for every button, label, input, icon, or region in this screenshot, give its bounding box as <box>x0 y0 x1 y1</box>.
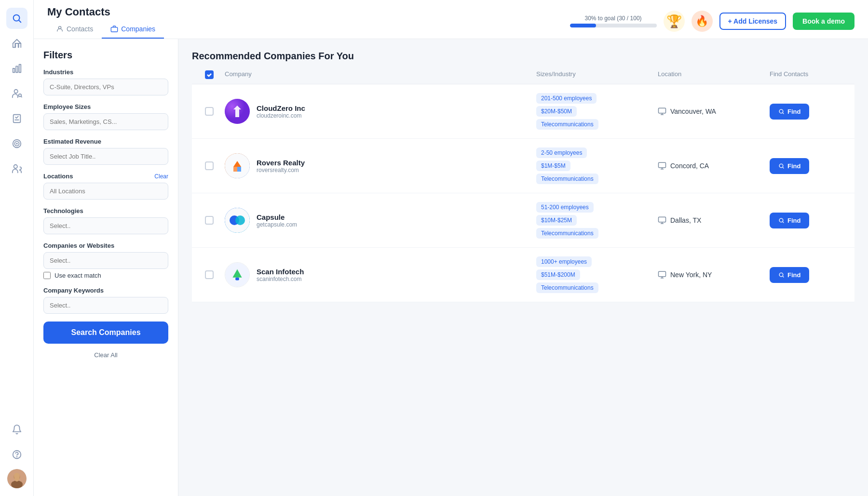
svg-rect-25 <box>659 108 666 113</box>
sidebar-bell-icon[interactable] <box>6 419 27 440</box>
company-keywords-input[interactable] <box>43 297 168 314</box>
page-title: My Contacts <box>47 6 164 18</box>
filter-industries: Industries <box>43 68 168 95</box>
industry-tag-2: Telecommunications <box>536 174 598 184</box>
svg-line-31 <box>783 167 784 168</box>
svg-point-18 <box>11 481 23 488</box>
row-checkbox-2[interactable] <box>205 161 214 170</box>
filter-companies-websites: Companies or Websites Use exact match <box>43 242 168 279</box>
sidebar-chart-icon[interactable] <box>6 58 27 79</box>
svg-rect-29 <box>659 162 666 168</box>
use-exact-match-row: Use exact match <box>43 272 168 279</box>
technologies-input[interactable] <box>43 217 168 234</box>
row-checkbox-4[interactable] <box>205 270 214 279</box>
companies-websites-input[interactable] <box>43 252 168 269</box>
row-checkbox-1[interactable] <box>205 107 214 116</box>
company-logo-2 <box>225 153 250 178</box>
progress-bar-fill <box>570 24 596 27</box>
industries-input[interactable] <box>43 79 168 95</box>
user-avatar[interactable] <box>7 469 27 488</box>
svg-line-7 <box>21 96 21 97</box>
progress-section: 30% to goal (30 / 100) <box>570 15 657 27</box>
add-licenses-button[interactable]: + Add Licenses <box>719 13 787 30</box>
section-title: Recommended Companies For You <box>192 51 854 62</box>
sidebar-users-icon[interactable] <box>6 158 27 179</box>
sidebar-people-search-icon[interactable] <box>6 83 27 104</box>
revenue-tag-2: $1M-$5M <box>536 161 570 171</box>
fire-button[interactable]: 🔥 <box>692 11 713 32</box>
filter-locations: Locations Clear <box>43 173 168 200</box>
industry-tag-4: Telecommunications <box>536 282 598 293</box>
estimated-revenue-input[interactable] <box>43 148 168 165</box>
tab-bar: Contacts Companies <box>47 20 164 39</box>
tab-companies[interactable]: Companies <box>102 20 164 39</box>
sidebar-target-icon[interactable] <box>6 133 27 154</box>
use-exact-match-checkbox[interactable] <box>43 272 51 279</box>
size-tag-1: 201-500 employees <box>536 93 597 104</box>
filter-employee-sizes: Employee Sizes <box>43 103 168 130</box>
filter-locations-clear[interactable]: Clear <box>154 173 168 180</box>
filter-employee-sizes-label: Employee Sizes <box>43 103 168 110</box>
main-content: My Contacts Contacts Companies 30% to go… <box>34 0 868 496</box>
locations-input[interactable] <box>43 183 168 200</box>
company-info-1: CloudZero Inc cloudzeroinc.com <box>225 99 530 124</box>
table-header: Company Sizes/Industry Location Find Con… <box>192 70 854 84</box>
progress-label: 30% to goal (30 / 100) <box>584 15 641 22</box>
filters-title: Filters <box>43 50 168 61</box>
svg-point-30 <box>779 164 783 168</box>
filter-industries-label: Industries <box>43 68 168 76</box>
find-button-2[interactable]: Find <box>770 158 809 174</box>
col-location-header: Location <box>658 70 764 79</box>
company-name-1: CloudZero Inc <box>257 104 305 112</box>
svg-point-20 <box>14 476 19 482</box>
company-tags-4: 1000+ employees $51M-$200M Telecommunica… <box>536 256 652 293</box>
svg-rect-8 <box>13 115 20 123</box>
size-tag-2: 2-50 employees <box>536 147 587 158</box>
sidebar <box>0 0 34 496</box>
company-tags-3: 51-200 employees $10M-$25M Telecommunica… <box>536 202 652 239</box>
filter-estimated-revenue-label: Estimated Revenue <box>43 138 168 145</box>
clear-all-button[interactable]: Clear All <box>43 351 168 359</box>
table-row: Rovers Realty roversrealty.com 2-50 empl… <box>192 139 854 193</box>
svg-rect-35 <box>659 217 666 222</box>
svg-rect-40 <box>235 278 239 281</box>
employee-sizes-input[interactable] <box>43 113 168 130</box>
svg-line-27 <box>783 113 784 114</box>
find-button-4[interactable]: Find <box>770 267 809 283</box>
company-location-4: New York, NY <box>658 270 764 279</box>
svg-point-26 <box>779 109 783 113</box>
company-name-2: Rovers Realty <box>257 159 305 167</box>
find-button-3[interactable]: Find <box>770 213 809 228</box>
tab-contacts[interactable]: Contacts <box>47 20 102 39</box>
table-row: Capsule getcapsule.com 51-200 employees … <box>192 193 854 248</box>
filter-technologies: Technologies <box>43 207 168 234</box>
company-tags-2: 2-50 employees $1M-$5M Telecommunication… <box>536 147 652 184</box>
svg-line-1 <box>19 20 21 22</box>
svg-point-5 <box>14 90 17 93</box>
sidebar-checklist-icon[interactable] <box>6 108 27 129</box>
company-domain-4: scaninfotech.com <box>257 276 304 282</box>
companies-area: Recommended Companies For You Company Si… <box>178 39 868 496</box>
company-tags-1: 201-500 employees $20M-$50M Telecommunic… <box>536 93 652 130</box>
company-location-1: Vancouver, WA <box>658 107 764 116</box>
filter-company-keywords-label: Company Keywords <box>43 287 168 294</box>
revenue-tag-1: $20M-$50M <box>536 106 577 117</box>
search-companies-button[interactable]: Search Companies <box>43 322 168 344</box>
find-button-1[interactable]: Find <box>770 104 809 120</box>
select-all-checkbox[interactable] <box>205 70 214 79</box>
col-sizes-industry-header: Sizes/Industry <box>536 70 652 79</box>
row-checkbox-3[interactable] <box>205 216 214 225</box>
company-logo-4 <box>225 262 250 287</box>
revenue-tag-3: $10M-$25M <box>536 215 577 226</box>
svg-point-42 <box>779 273 783 277</box>
sidebar-help-icon[interactable] <box>6 444 27 465</box>
book-demo-button[interactable]: Book a demo <box>793 13 854 30</box>
company-info-3: Capsule getcapsule.com <box>225 208 530 233</box>
svg-rect-4 <box>19 65 21 73</box>
sidebar-home-icon[interactable] <box>6 33 27 54</box>
col-company-header: Company <box>225 70 530 79</box>
location-icon <box>658 216 666 225</box>
industry-tag-3: Telecommunications <box>536 228 598 239</box>
sidebar-search-icon[interactable] <box>6 8 27 29</box>
trophy-button[interactable]: 🏆 <box>664 11 685 32</box>
